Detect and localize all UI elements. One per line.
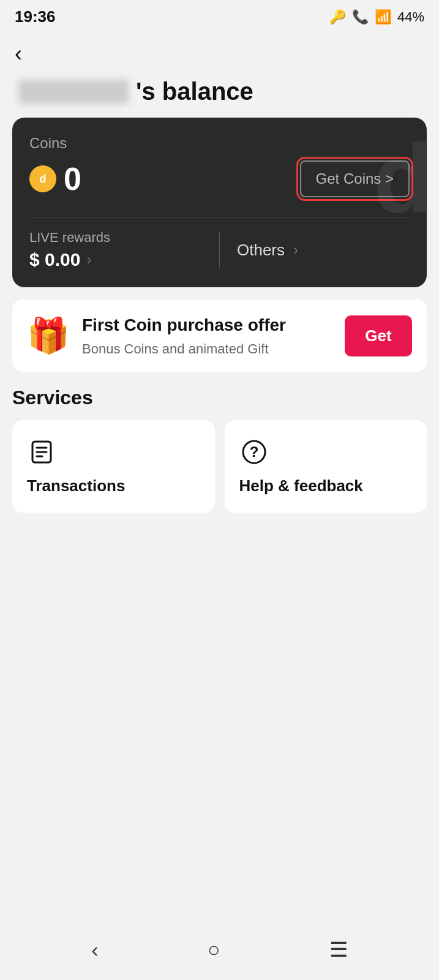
- help-label: Help & feedback: [239, 477, 413, 496]
- offer-title: First Coin purchase offer: [82, 314, 332, 336]
- service-card-transactions[interactable]: Transactions: [12, 420, 215, 513]
- others-section[interactable]: Others ›: [237, 241, 410, 260]
- svg-text:d: d: [40, 173, 47, 185]
- live-rewards-section[interactable]: LIVE rewards $ 0.00 ›: [29, 230, 202, 270]
- page-title: 's balance: [136, 78, 253, 105]
- services-title: Services: [12, 386, 427, 409]
- offer-icon: 🎁: [27, 315, 70, 356]
- key-icon: 🔑: [329, 9, 346, 25]
- wifi-icon: 📶: [375, 9, 391, 25]
- help-icon: ?: [239, 437, 269, 467]
- divider: [29, 217, 410, 217]
- others-chevron: ›: [293, 241, 298, 258]
- battery-icon: 44%: [397, 9, 424, 25]
- coin-number: 0: [64, 160, 81, 197]
- services-grid: Transactions ? Help & feedback: [12, 420, 427, 513]
- svg-text:?: ?: [249, 443, 258, 460]
- service-card-help[interactable]: ? Help & feedback: [225, 420, 427, 513]
- services-section: Services Transactions ? Help: [0, 386, 439, 513]
- offer-get-button[interactable]: Get: [345, 315, 412, 356]
- get-coins-button[interactable]: Get Coins >: [300, 160, 410, 197]
- coins-row: d 0 Get Coins >: [29, 160, 410, 197]
- rewards-row: LIVE rewards $ 0.00 › Others ›: [29, 230, 410, 287]
- back-button[interactable]: ‹: [15, 41, 22, 67]
- coins-label: Coins: [29, 135, 410, 152]
- live-rewards-amount-row: $ 0.00 ›: [29, 249, 202, 270]
- nav-back-button[interactable]: ‹: [91, 938, 98, 962]
- page-title-row: 's balance: [0, 73, 439, 118]
- transactions-label: Transactions: [27, 477, 200, 496]
- status-icons: 🔑 📞 📶 44%: [329, 9, 424, 25]
- bottom-nav: ‹ ○ ☰: [0, 925, 439, 980]
- status-time: 19:36: [15, 7, 56, 26]
- vertical-divider: [219, 232, 220, 268]
- others-label: Others: [237, 241, 285, 260]
- balance-card: d Coins d 0 Get Coins > LIVE rewards $ 0…: [12, 118, 427, 287]
- nav-home-button[interactable]: ○: [208, 938, 220, 962]
- back-row: ‹: [0, 30, 439, 73]
- live-rewards-amount: $ 0.00: [29, 249, 80, 270]
- coin-icon: d: [29, 165, 56, 192]
- username-blurred: [18, 80, 129, 104]
- transactions-icon: [27, 437, 56, 467]
- status-bar: 19:36 🔑 📞 📶 44%: [0, 0, 439, 30]
- offer-subtitle: Bonus Coins and animated Gift: [82, 341, 332, 357]
- nav-menu-button[interactable]: ☰: [329, 937, 348, 962]
- phone-icon: 📞: [352, 9, 369, 25]
- live-rewards-label: LIVE rewards: [29, 230, 202, 246]
- offer-card: 🎁 First Coin purchase offer Bonus Coins …: [12, 300, 427, 372]
- coin-amount: d 0: [29, 160, 81, 197]
- live-rewards-chevron: ›: [86, 251, 91, 268]
- offer-text: First Coin purchase offer Bonus Coins an…: [82, 314, 332, 357]
